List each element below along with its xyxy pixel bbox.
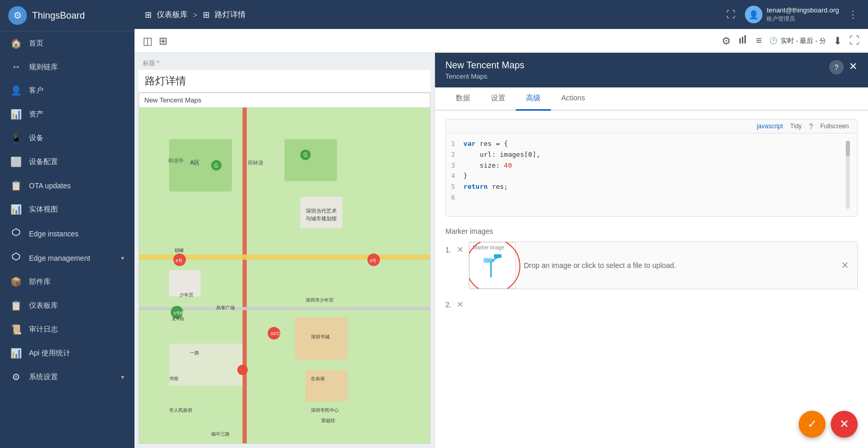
grid-icon[interactable]: ⊞ [159, 35, 168, 47]
svg-text:3号线: 3号线 [173, 311, 184, 316]
marker-drop-zone-1[interactable]: Drop an image or click to select a file … [516, 242, 857, 289]
svg-text:4号: 4号 [175, 258, 183, 263]
sidebar-item-customers[interactable]: 👤 客户 [0, 79, 134, 102]
code-content[interactable]: var res = { url: images[0], size: 40 } r… [463, 139, 844, 211]
sidebar-item-label: Edge management [29, 254, 114, 262]
drop-close-button[interactable]: ✕ [841, 260, 849, 271]
devices-icon: 📱 [10, 132, 22, 144]
sidebar-item-device-config[interactable]: ⬜ 设备配置 [0, 150, 134, 174]
download-icon[interactable]: ⬇ [833, 35, 842, 47]
marker-image-box-1: Marker image [469, 242, 516, 289]
marker-remove-2-button[interactable]: ✕ [457, 300, 463, 309]
content-split: 标题 * 路灯详情 New Tencent Maps + − [134, 53, 868, 448]
marker-upload-area-1[interactable]: Marker image [469, 242, 858, 289]
widgets-icon: 📦 [10, 276, 22, 288]
audit-log-icon: 📜 [10, 324, 22, 335]
edge-management-icon [10, 252, 22, 264]
svg-rect-9 [169, 139, 232, 191]
tab-advanced[interactable]: 高级 [516, 87, 551, 111]
sidebar-item-home[interactable]: 🏠 首页 [0, 32, 134, 55]
svg-text:福中三路: 福中三路 [211, 431, 230, 437]
close-icon[interactable]: ✕ [849, 60, 858, 74]
map-widget-title: New Tencent Maps [144, 96, 201, 104]
sidebar-item-label: 设备配置 [29, 157, 124, 167]
fullscreen-icon[interactable]: ⛶ [726, 9, 736, 20]
code-scrollbar[interactable] [846, 141, 850, 209]
marker-remove-1-button[interactable]: ✕ [457, 245, 463, 255]
settings-icon: ⚙ [10, 371, 22, 383]
editor-subtitle: Tencent Maps [445, 72, 525, 80]
map-widget-container: New Tencent Maps + − [139, 93, 430, 444]
marker-index-2: 2. [445, 301, 452, 309]
fullscreen-button[interactable]: Fullscreen [817, 122, 852, 131]
svg-rect-4 [744, 35, 746, 43]
svg-text:胡峒: 胡峒 [174, 248, 184, 253]
marker-index-1: 1. [445, 246, 452, 254]
javascript-label[interactable]: javascript [757, 123, 783, 130]
marker-item-1: 1. ✕ Marker image [445, 242, 858, 289]
scrollbar-thumb [846, 141, 850, 156]
svg-marker-0 [12, 229, 20, 236]
sidebar-item-audit-log[interactable]: 📜 审计日志 [0, 318, 134, 341]
breadcrumb-home[interactable]: 仪表板库 [157, 10, 188, 20]
breadcrumb: ⊞ 仪表板库 > ⊞ 路灯详情 [145, 10, 246, 20]
confirm-button[interactable]: ✓ [799, 411, 826, 438]
chevron-down-icon: ▾ [121, 255, 124, 262]
code-toolbar: javascript Tidy ? Fullscreen [446, 120, 857, 133]
tab-actions[interactable]: Actions [551, 87, 595, 111]
layers-icon[interactable]: ◫ [143, 35, 153, 47]
svg-rect-10 [285, 139, 337, 181]
sidebar-item-label: 首页 [29, 39, 124, 48]
sidebar-item-label: 部件库 [29, 277, 124, 287]
sidebar-item-devices[interactable]: 📱 设备 [0, 126, 134, 150]
breadcrumb-page-icon: ⊞ [203, 10, 209, 20]
time-selector[interactable]: 🕐 实时 - 最后 - 分 [769, 36, 826, 46]
help-icon[interactable]: ? [829, 60, 844, 74]
tidy-button[interactable]: Tidy [787, 122, 805, 131]
sidebar-item-ota[interactable]: 📋 OTA updates [0, 174, 134, 198]
sidebar-item-rules[interactable]: ↔ 规则链库 [0, 55, 134, 79]
filter-icon[interactable]: ≡ [756, 35, 762, 47]
svg-text:A区: A区 [190, 159, 199, 166]
svg-text:一路: 一路 [190, 350, 199, 355]
settings-gear-icon[interactable]: ⚙ [722, 35, 731, 47]
rules-icon: ↔ [10, 62, 22, 72]
sidebar-item-label: 实体视图 [29, 205, 124, 214]
sidebar-item-entity-view[interactable]: 📊 实体视图 [0, 198, 134, 221]
svg-text:市人民政府: 市人民政府 [169, 408, 192, 413]
cancel-button[interactable]: ✕ [831, 411, 858, 438]
sidebar-item-label: OTA updates [29, 182, 124, 190]
help-circle-icon[interactable]: ? [809, 122, 813, 130]
sidebar-item-edge-instances[interactable]: Edge instances [0, 221, 134, 246]
home-icon: 🏠 [10, 38, 22, 49]
editor-title: New Tencent Maps [445, 60, 525, 71]
tab-settings[interactable]: 设置 [481, 87, 516, 111]
code-area[interactable]: 1 2 3 4 5 6 var res = { url: images[0], [446, 133, 857, 216]
sidebar-item-label: 设备 [29, 133, 124, 143]
svg-text:荣超经: 荣超经 [321, 418, 335, 423]
map-svg: G G 4号 4号 A区 和谐亭 雨林漫 [139, 108, 430, 443]
logo-icon: ⚙ [8, 6, 27, 25]
sidebar-item-settings[interactable]: ⚙ 系统设置 ▾ [0, 365, 134, 389]
marker-item-2: 2. ✕ [445, 296, 858, 309]
expand-icon[interactable]: ⛶ [849, 35, 860, 47]
svg-rect-6 [243, 108, 247, 443]
customers-icon: 👤 [10, 85, 22, 96]
chart-icon[interactable] [738, 34, 749, 47]
sidebar-item-edge-management[interactable]: Edge management ▾ [0, 246, 134, 270]
clock-icon: 🕐 [769, 37, 777, 44]
more-icon[interactable]: ⋮ [848, 9, 858, 20]
device-config-icon: ⬜ [10, 156, 22, 168]
main-content: ⊞ 仪表板库 > ⊞ 路灯详情 ⛶ 👤 tenant@thingsboard.o… [134, 0, 868, 448]
map-display[interactable]: + − [139, 108, 430, 443]
sidebar-nav: 🏠 首页 ↔ 规则链库 👤 客户 📊 资产 📱 设备 ⬜ 设备配置 📋 OTA … [0, 32, 134, 389]
tab-data[interactable]: 数据 [445, 87, 481, 111]
widget-toolbar: ◫ ⊞ ⚙ ≡ 🕐 实时 - 最后 - 分 ⬇ ⛶ [134, 29, 868, 53]
user-role: 租户管理员 [767, 15, 839, 23]
sidebar-item-dashboards[interactable]: 📋 仪表板库 [0, 294, 134, 318]
sidebar-item-widgets[interactable]: 📦 部件库 [0, 270, 134, 294]
sidebar-item-api-usage[interactable]: 📊 Api 使用统计 [0, 341, 134, 365]
svg-text:深圳市民中心: 深圳市民中心 [311, 408, 339, 413]
sidebar-item-assets[interactable]: 📊 资产 [0, 102, 134, 126]
entity-view-icon: 📊 [10, 204, 22, 215]
